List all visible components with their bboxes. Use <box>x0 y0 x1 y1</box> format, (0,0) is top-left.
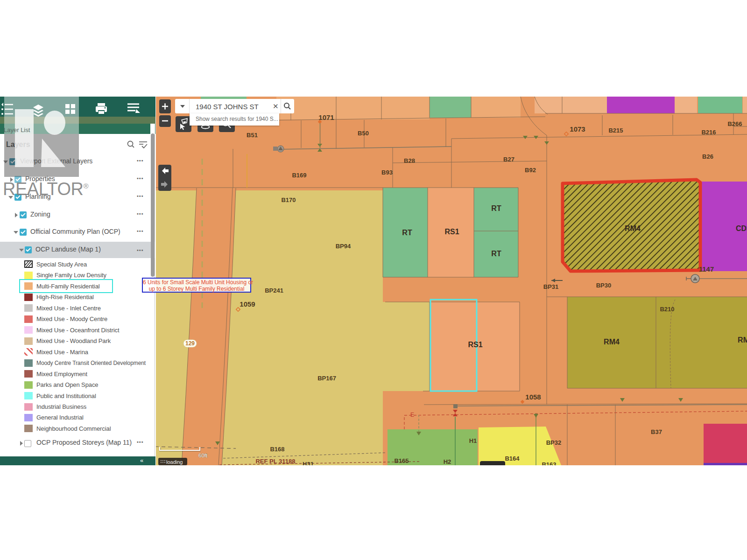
svg-text:B26: B26 <box>702 153 713 160</box>
svg-text:B92: B92 <box>525 167 536 174</box>
svg-text:RM4: RM4 <box>625 224 641 232</box>
svg-text:BP32: BP32 <box>546 439 562 446</box>
svg-text:RM4: RM4 <box>604 338 620 346</box>
svg-text:B163: B163 <box>542 461 556 465</box>
svg-text:B164: B164 <box>505 455 520 462</box>
svg-text:RS1: RS1 <box>468 341 482 349</box>
svg-text:RT: RT <box>402 229 412 237</box>
svg-text:B37: B37 <box>651 428 662 435</box>
svg-text:REF PL 31188: REF PL 31188 <box>255 458 295 465</box>
svg-text:BP167: BP167 <box>317 375 336 382</box>
svg-text:B168: B168 <box>270 446 284 453</box>
svg-text:BP30: BP30 <box>596 282 612 289</box>
svg-text:B266: B266 <box>727 120 742 127</box>
svg-text:BP241: BP241 <box>265 287 283 294</box>
svg-text:RT: RT <box>491 250 501 258</box>
svg-text:B210: B210 <box>660 306 674 313</box>
svg-text:B215: B215 <box>608 127 623 134</box>
svg-text:E: E <box>410 412 414 418</box>
svg-text:1071: 1071 <box>318 113 334 121</box>
svg-text:RS1: RS1 <box>444 228 459 236</box>
svg-text:B51: B51 <box>247 132 258 139</box>
svg-text:loading: loading <box>166 459 183 465</box>
svg-text:1073: 1073 <box>570 125 585 133</box>
svg-text:H31: H31 <box>303 461 314 465</box>
svg-text:B50: B50 <box>358 130 369 137</box>
svg-text:1058: 1058 <box>525 393 541 401</box>
svg-text:BP31: BP31 <box>543 283 559 290</box>
svg-text:B27: B27 <box>503 156 514 163</box>
svg-text:B216: B216 <box>701 129 716 136</box>
svg-text:B170: B170 <box>281 196 296 203</box>
svg-text:RT: RT <box>491 204 501 212</box>
svg-text:1147: 1147 <box>699 265 714 273</box>
svg-text:60ft: 60ft <box>198 453 208 458</box>
svg-text:1059: 1059 <box>240 300 255 308</box>
svg-text:B93: B93 <box>381 169 393 176</box>
svg-text:B165: B165 <box>394 457 409 464</box>
svg-text:CD3: CD3 <box>736 224 747 232</box>
svg-text:RM4: RM4 <box>738 336 747 344</box>
svg-text:H2: H2 <box>444 458 451 465</box>
svg-text:H1: H1 <box>469 437 477 444</box>
svg-text:129: 129 <box>185 340 195 347</box>
svg-text:B28: B28 <box>404 157 415 164</box>
svg-text:B169: B169 <box>292 172 306 179</box>
svg-text:BP94: BP94 <box>336 243 351 250</box>
